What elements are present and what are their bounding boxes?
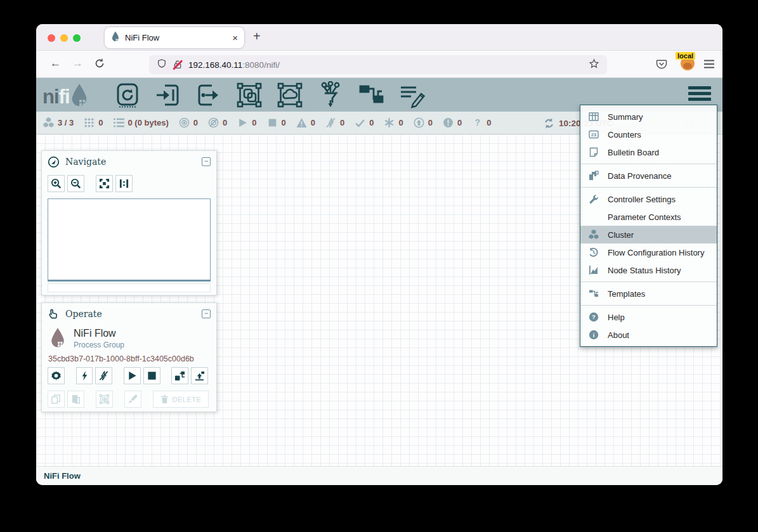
up-to-date-check-icon (355, 117, 365, 128)
process-group-component[interactable] (235, 81, 263, 109)
status-sync-failure: ? 0 (472, 117, 491, 128)
component-name: NiFi Flow (74, 328, 124, 339)
status-locally-modified-and-stale: 0 (443, 117, 462, 128)
actual-size-button[interactable] (115, 175, 133, 192)
birdseye-brush[interactable] (48, 283, 211, 292)
tab-close-icon[interactable]: × (232, 32, 238, 43)
svg-text:23: 23 (591, 132, 596, 138)
global-menu: Summary 23 Counters Bulletin Board Data … (580, 105, 717, 347)
delete-button[interactable]: DELETE (153, 391, 209, 408)
browser-tab[interactable]: NiFi Flow × (105, 27, 244, 48)
configuration-button[interactable] (48, 367, 65, 384)
breadcrumb[interactable]: NiFi Flow (44, 471, 81, 481)
running-icon (237, 117, 248, 128)
menu-item-help[interactable]: ? Help (580, 308, 717, 326)
menu-item-parameter-contexts[interactable]: Parameter Contexts (580, 208, 717, 226)
pocket-icon[interactable] (655, 58, 668, 73)
parameter-contexts-icon (588, 212, 599, 222)
zoom-out-button[interactable] (67, 175, 84, 192)
processor-component[interactable] (114, 81, 141, 109)
node-status-history-icon (588, 265, 599, 275)
status-disabled: 0 (325, 117, 344, 128)
flow-configuration-history-icon (588, 247, 599, 257)
refresh-icon[interactable] (544, 118, 554, 129)
window-zoom-button[interactable] (73, 34, 81, 42)
funnel-component[interactable] (317, 81, 344, 109)
status-running: 0 (237, 117, 256, 128)
window-close-button[interactable] (48, 34, 55, 42)
new-tab-button[interactable]: + (253, 29, 261, 44)
component-type: Process Group (74, 341, 124, 349)
controller-settings-icon (588, 194, 599, 204)
menu-item-cluster[interactable]: Cluster (580, 226, 717, 243)
status-connected-nodes: 3 / 3 (43, 117, 74, 128)
menu-item-bulletin-board[interactable]: Bulletin Board (580, 143, 717, 161)
remote-process-group-component[interactable] (276, 81, 304, 109)
menu-item-counters[interactable]: 23 Counters (580, 126, 717, 143)
forward-button[interactable]: → (72, 57, 83, 70)
enable-button[interactable] (76, 367, 93, 384)
process-group-drop-icon (49, 327, 66, 349)
menu-item-data-provenance[interactable]: Data Provenance (580, 167, 717, 185)
svg-text:?: ? (592, 313, 596, 320)
operate-toolbar-row1 (42, 365, 216, 388)
upload-template-button[interactable] (191, 367, 208, 384)
birdseye-minimap[interactable] (48, 198, 211, 282)
reload-button[interactable] (95, 58, 105, 72)
fit-button[interactable] (96, 175, 113, 192)
template-component[interactable] (357, 81, 385, 109)
help-icon: ? (588, 312, 599, 322)
menu-item-about[interactable]: i About (580, 326, 717, 344)
menu-item-templates[interactable]: Templates (580, 285, 717, 302)
stale-up-arrow-icon (414, 117, 424, 128)
svg-text:i: i (593, 332, 595, 339)
url-bar[interactable]: 192.168.40.11:8080/nifi/ (149, 55, 607, 74)
input-port-component[interactable] (154, 81, 182, 109)
disable-button[interactable] (95, 367, 112, 384)
about-icon: i (588, 330, 599, 340)
operate-palette: Operate − NiFi Flow Process Group 35cbd3… (41, 302, 217, 412)
paste-button[interactable] (67, 391, 84, 408)
navigate-collapse-button[interactable]: − (202, 157, 211, 166)
menu-item-flow-configuration-history[interactable]: Flow Configuration History (580, 243, 717, 261)
question-mark-icon: ? (472, 117, 483, 128)
queued-list-icon (114, 117, 124, 128)
profile-container-badge: local (676, 52, 695, 60)
start-button[interactable] (124, 367, 141, 384)
compass-icon (48, 156, 60, 168)
component-id: 35cbd3b7-017b-1000-8bff-1c3405c00d6b (42, 349, 216, 365)
window-minimize-button[interactable] (60, 34, 68, 42)
tab-strip: NiFi Flow × + (36, 24, 722, 51)
tab-title: NiFi Flow (125, 33, 227, 42)
color-button[interactable] (124, 391, 141, 408)
locally-modified-asterisk-icon (384, 117, 395, 128)
status-stopped: 0 (267, 117, 286, 128)
back-button[interactable]: ← (50, 57, 61, 70)
create-template-button[interactable] (171, 367, 188, 384)
disabled-bolt-slash-icon (325, 117, 336, 128)
summary-icon (588, 112, 599, 122)
stop-button[interactable] (143, 367, 160, 384)
zoom-in-button[interactable] (48, 175, 65, 192)
trash-icon (160, 394, 169, 404)
output-port-component[interactable] (195, 81, 223, 109)
global-menu-button[interactable] (688, 86, 711, 101)
browser-window: NiFi Flow × + ← → 192.168.40.11:8080/nif… (36, 24, 722, 485)
nifi-logo: nifi (42, 83, 89, 108)
insecure-lock-icon[interactable] (173, 60, 183, 70)
group-button[interactable] (96, 391, 113, 408)
navigate-title: Navigate (65, 157, 106, 167)
cluster-icon (588, 230, 599, 240)
url-text[interactable]: 192.168.40.11:8080/nifi/ (188, 60, 583, 70)
browser-menu-icon[interactable] (703, 59, 715, 72)
selected-component: NiFi Flow Process Group (42, 325, 216, 349)
copy-button[interactable] (48, 391, 65, 408)
tracking-shield-icon[interactable] (157, 58, 167, 71)
operate-collapse-button[interactable]: − (202, 309, 211, 318)
navigate-toolbar (42, 172, 216, 196)
menu-item-node-status-history[interactable]: Node Status History (580, 261, 717, 279)
menu-item-summary[interactable]: Summary (580, 108, 717, 126)
bookmark-star-icon[interactable] (589, 58, 599, 72)
menu-item-controller-settings[interactable]: Controller Settings (580, 190, 717, 208)
label-component[interactable] (398, 81, 426, 109)
